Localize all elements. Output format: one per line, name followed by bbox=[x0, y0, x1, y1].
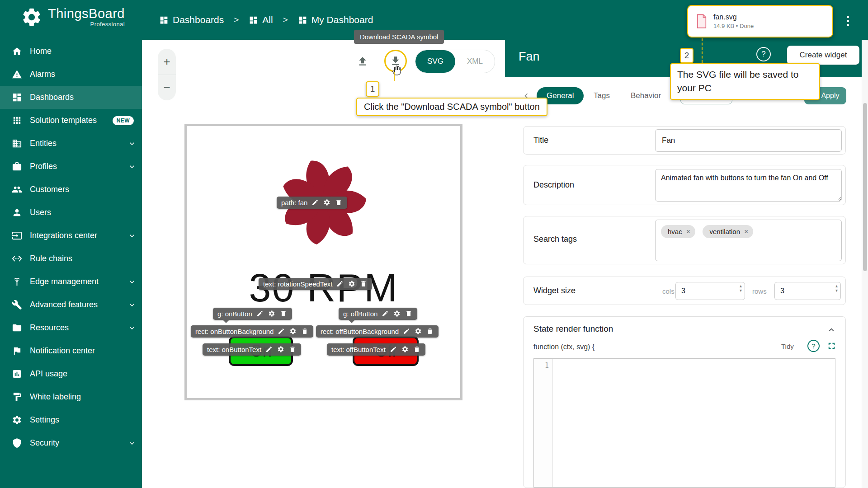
delete-icon[interactable] bbox=[413, 346, 421, 353]
breadcrumb-item-all[interactable]: All bbox=[249, 14, 273, 25]
xml-toggle-button[interactable]: XML bbox=[455, 50, 495, 73]
sidebar-item-label: White labeling bbox=[30, 392, 81, 402]
sidebar-item-label: Settings bbox=[30, 415, 59, 425]
title-input[interactable] bbox=[655, 129, 842, 152]
edit-icon[interactable] bbox=[278, 328, 285, 335]
edit-icon[interactable] bbox=[403, 328, 410, 335]
tag-chip[interactable]: rect: onButtonBackground bbox=[191, 325, 313, 338]
zoom-out-button[interactable]: − bbox=[158, 75, 176, 101]
callout-connector bbox=[394, 72, 395, 81]
settings-icon[interactable] bbox=[415, 328, 422, 335]
tag-chip-label: text: offButtonText bbox=[331, 346, 386, 353]
sidebar-item-notification-center[interactable]: Notification center bbox=[0, 339, 142, 362]
settings-icon[interactable] bbox=[401, 346, 409, 353]
sidebar-item-api-usage[interactable]: API usage bbox=[0, 362, 142, 385]
delete-icon[interactable] bbox=[426, 328, 434, 335]
alarms-icon bbox=[12, 69, 22, 80]
sidebar-item-settings[interactable]: Settings bbox=[0, 408, 142, 432]
delete-icon[interactable] bbox=[405, 310, 413, 318]
settings-icon[interactable] bbox=[277, 346, 285, 353]
settings-icon[interactable] bbox=[393, 310, 401, 318]
sidebar-item-white-labeling[interactable]: White labeling bbox=[0, 385, 142, 408]
tag-chip[interactable]: rect: offButtonBackground bbox=[316, 325, 439, 338]
sidebar-item-label: Alarms bbox=[30, 70, 55, 79]
svg-toggle-button[interactable]: SVG bbox=[415, 50, 455, 73]
hand-cursor-icon bbox=[392, 64, 403, 76]
sidebar-item-rule-chains[interactable]: Rule chains bbox=[0, 247, 142, 270]
code-area[interactable] bbox=[553, 359, 835, 487]
rows-stepper: ▴▾ bbox=[774, 282, 841, 300]
edit-icon[interactable] bbox=[265, 346, 273, 353]
search-tags-label: Search tags bbox=[533, 235, 577, 244]
sidebar-item-dashboards[interactable]: Dashboards bbox=[0, 86, 142, 109]
stepper-arrows[interactable]: ▴▾ bbox=[835, 284, 838, 293]
delete-icon[interactable] bbox=[289, 346, 297, 353]
delete-icon[interactable] bbox=[280, 310, 288, 318]
sidebar-item-users[interactable]: Users bbox=[0, 201, 142, 224]
tag-chip[interactable]: path: fan bbox=[277, 197, 347, 209]
help-button[interactable]: ? bbox=[756, 47, 771, 61]
edit-icon[interactable] bbox=[336, 280, 344, 288]
tag-chip[interactable]: text: rotationSpeedText bbox=[259, 278, 372, 290]
kebab-menu-button[interactable] bbox=[842, 13, 854, 29]
widget-size-label: Widget size bbox=[533, 286, 576, 296]
cols-input[interactable] bbox=[675, 282, 745, 300]
sidebar-item-solution-templates[interactable]: Solution templatesNEW bbox=[0, 109, 142, 132]
edit-icon[interactable] bbox=[382, 310, 389, 318]
tag-chip[interactable]: text: offButtonText bbox=[327, 343, 425, 356]
sidebar-item-customers[interactable]: Customers bbox=[0, 178, 142, 201]
sidebar-item-home[interactable]: Home bbox=[0, 40, 142, 63]
remove-tag-icon[interactable]: × bbox=[686, 228, 690, 235]
code-help-button[interactable]: ? bbox=[807, 340, 820, 352]
callout-2-number: 2 bbox=[680, 48, 693, 63]
edge-management-icon bbox=[12, 277, 22, 287]
create-widget-button[interactable]: Create widget bbox=[787, 46, 859, 65]
sidebar-item-edge-management[interactable]: Edge management bbox=[0, 270, 142, 293]
sidebar-item-profiles[interactable]: Profiles bbox=[0, 155, 142, 178]
edit-icon[interactable] bbox=[256, 310, 264, 318]
remove-tag-icon[interactable]: × bbox=[744, 228, 748, 235]
description-input[interactable]: Animated fan with buttons to turn the fa… bbox=[655, 169, 842, 202]
delete-icon[interactable] bbox=[360, 280, 368, 288]
sidebar-item-entities[interactable]: Entities bbox=[0, 132, 142, 155]
tidy-button[interactable]: Tidy bbox=[777, 340, 798, 352]
tag-chip[interactable]: g: onButton bbox=[213, 308, 292, 320]
settings-icon[interactable] bbox=[289, 328, 297, 335]
tab-tags[interactable]: Tags bbox=[594, 91, 610, 100]
tag-chip[interactable]: text: onButtonText bbox=[203, 343, 301, 356]
settings-icon[interactable] bbox=[268, 310, 276, 318]
edit-icon[interactable] bbox=[311, 199, 319, 206]
download-toast[interactable]: fan.svg 14.9 KB • Done bbox=[687, 5, 833, 38]
sidebar: HomeAlarmsDashboardsSolution templatesNE… bbox=[0, 40, 142, 488]
delete-icon[interactable] bbox=[301, 328, 309, 335]
profiles-icon bbox=[12, 161, 22, 172]
search-tags-input[interactable]: hvac × ventilation × bbox=[655, 220, 842, 261]
tab-behavior[interactable]: Behavior bbox=[631, 91, 661, 100]
zoom-in-button[interactable]: + bbox=[158, 49, 176, 75]
settings-icon[interactable] bbox=[323, 199, 331, 206]
chevron-down-icon bbox=[127, 231, 137, 240]
scrollbar-thumb[interactable] bbox=[863, 103, 867, 271]
customers-icon bbox=[12, 184, 22, 195]
sidebar-item-security[interactable]: Security bbox=[0, 432, 142, 455]
sidebar-item-resources[interactable]: Resources bbox=[0, 316, 142, 339]
sidebar-item-advanced-features[interactable]: Advanced features bbox=[0, 293, 142, 316]
sidebar-item-label: Users bbox=[30, 208, 51, 217]
sidebar-item-integrations-center[interactable]: Integrations center bbox=[0, 224, 142, 247]
upload-button[interactable] bbox=[352, 51, 373, 72]
edit-icon[interactable] bbox=[390, 346, 397, 353]
tag-chip[interactable]: g: offButton bbox=[339, 308, 417, 320]
sidebar-item-label: Integrations center bbox=[30, 231, 97, 240]
rows-input[interactable] bbox=[774, 282, 841, 300]
chevron-up-icon[interactable] bbox=[826, 325, 836, 335]
breadcrumb-item-dashboards[interactable]: Dashboards bbox=[159, 14, 224, 25]
settings-icon[interactable] bbox=[348, 280, 356, 288]
fullscreen-icon[interactable] bbox=[826, 341, 837, 351]
sidebar-item-alarms[interactable]: Alarms bbox=[0, 63, 142, 86]
scrollbar-track[interactable] bbox=[862, 40, 868, 488]
code-editor[interactable]: 1 bbox=[533, 358, 835, 488]
sidebar-item-label: Home bbox=[30, 47, 52, 56]
delete-icon[interactable] bbox=[335, 199, 343, 206]
breadcrumb-item-my-dashboard[interactable]: My Dashboard bbox=[298, 14, 373, 25]
stepper-arrows[interactable]: ▴▾ bbox=[740, 284, 742, 293]
